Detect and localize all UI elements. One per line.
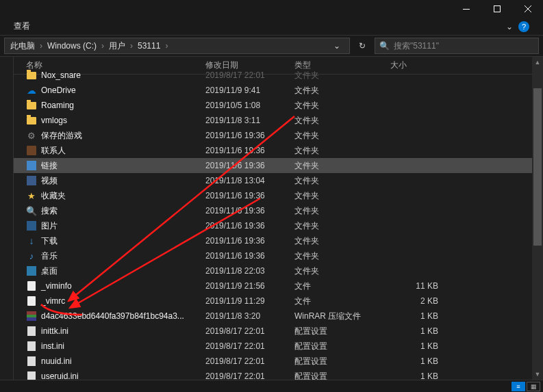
file-size: 1 KB (390, 311, 445, 321)
file-name: 下载 (41, 235, 58, 247)
vertical-scrollbar[interactable]: ▲ ▼ (532, 57, 543, 380)
file-date: 2019/11/8 3:11 (205, 116, 294, 125)
file-size: 1 KB (390, 356, 445, 366)
file-type: 文件夹 (294, 115, 390, 127)
file-name: 链接 (41, 160, 58, 172)
table-row[interactable]: inittk.ini2019/8/17 22:01配置设置1 KB (14, 324, 532, 339)
video-icon (26, 175, 37, 186)
table-row[interactable]: _vimrc2019/11/9 11:29文件2 KB (14, 293, 532, 309)
file-type: 文件 (294, 296, 390, 307)
chevron-down-icon[interactable]: ⌄ (506, 22, 513, 31)
table-row[interactable]: 图片2019/11/6 19:36文件夹 (14, 218, 532, 233)
file-date: 2019/8/17 22:01 (205, 371, 294, 380)
file-date: 2019/8/17 22:01 (205, 341, 294, 351)
music-icon: ♪ (26, 250, 37, 261)
view-details-button[interactable]: ≡ (512, 382, 525, 391)
file-date: 2019/11/6 19:36 (205, 161, 294, 170)
scroll-up-icon[interactable]: ▲ (532, 57, 543, 68)
file-name: 音乐 (41, 250, 58, 262)
link-icon (26, 160, 37, 171)
breadcrumb-item[interactable]: 此电脑 (9, 40, 36, 52)
file-date: 2019/11/6 19:36 (205, 146, 294, 155)
file-date: 2019/8/17 22:01 (205, 326, 294, 336)
file-size: 2 KB (390, 296, 445, 306)
folder-icon (26, 115, 37, 126)
dl-icon: ↓ (26, 235, 37, 246)
table-row[interactable]: _viminfo2019/11/9 21:56文件11 KB (14, 278, 532, 293)
table-row[interactable]: ⚙保存的游戏2019/11/6 19:36文件夹 (14, 128, 532, 143)
table-row[interactable]: vmlogs2019/11/8 3:11文件夹 (14, 113, 532, 128)
table-row[interactable]: ↓下载2019/11/6 19:36文件夹 (14, 233, 532, 248)
address-bar: 此电脑› Windows (C:)› 用户› 53111› ⌄ ↻ 🔍 搜索"5… (0, 35, 543, 57)
chevron-right-icon: › (38, 41, 45, 51)
file-type: 配置设置 (294, 326, 390, 337)
file-name: _vimrc (41, 296, 65, 306)
table-row[interactable]: useruid.ini2019/8/17 22:01配置设置1 KB (14, 369, 532, 380)
file-name: 收藏夹 (41, 190, 66, 202)
maximize-button[interactable] (481, 0, 512, 18)
table-row[interactable]: Nox_snare2019/8/17 22:01文件夹 (14, 68, 532, 83)
table-row[interactable]: Roaming2019/10/5 1:08文件夹 (14, 98, 532, 113)
table-row[interactable]: 🔍搜索2019/11/6 19:36文件夹 (14, 203, 532, 218)
file-date: 2019/11/8 22:03 (205, 266, 294, 276)
close-button[interactable] (512, 0, 543, 18)
file-type: 配置设置 (294, 341, 390, 352)
file-type: 配置设置 (294, 356, 390, 367)
scrollbar-thumb[interactable] (533, 88, 542, 246)
chevron-right-icon: › (128, 41, 135, 51)
file-name: Nox_snare (41, 70, 81, 80)
file-date: 2019/11/9 21:56 (205, 281, 294, 291)
table-row[interactable]: 视频2019/11/8 13:04文件夹 (14, 173, 532, 188)
table-row[interactable]: 联系人2019/11/6 19:36文件夹 (14, 143, 532, 158)
view-icons-button[interactable]: ▦ (527, 382, 540, 391)
file-name: 联系人 (41, 145, 66, 157)
dropdown-icon[interactable]: ⌄ (329, 38, 345, 54)
file-name: d4ac4633ebd6440fa397b84f1bc94a3... (41, 311, 184, 321)
minimize-button[interactable] (451, 0, 481, 18)
table-row[interactable]: 链接2019/11/6 19:36文件夹 (14, 158, 532, 173)
file-type: 文件夹 (294, 265, 390, 277)
file-name: 视频 (41, 175, 58, 187)
breadcrumb-item[interactable]: 53111 (136, 41, 162, 51)
refresh-button[interactable]: ↻ (354, 38, 370, 54)
star-icon: ★ (26, 190, 37, 201)
file-name: Roaming (41, 101, 74, 110)
file-icon (26, 280, 37, 291)
search-input[interactable]: 🔍 搜索"53111" (375, 38, 539, 54)
table-row[interactable]: ♪音乐2019/11/6 19:36文件夹 (14, 248, 532, 263)
table-row[interactable]: nuuid.ini2019/8/17 22:01配置设置1 KB (14, 354, 532, 369)
file-date: 2019/11/8 13:04 (205, 176, 294, 185)
breadcrumb-item[interactable]: 用户 (108, 40, 127, 52)
file-date: 2019/11/6 19:36 (205, 251, 294, 261)
scroll-down-icon[interactable]: ▼ (532, 369, 543, 380)
file-type: 文件夹 (294, 205, 390, 217)
table-row[interactable]: inst.ini2019/8/17 22:01配置设置1 KB (14, 339, 532, 354)
contact-icon (26, 145, 37, 156)
ini-icon (26, 326, 37, 337)
ini-icon (26, 341, 37, 352)
pic-icon (26, 220, 37, 231)
search-icon: 🔍 (379, 41, 390, 51)
file-size: 11 KB (390, 281, 445, 291)
help-icon[interactable]: ? (518, 21, 529, 32)
breadcrumb[interactable]: 此电脑› Windows (C:)› 用户› 53111› ⌄ (4, 38, 350, 54)
file-date: 2019/11/8 3:20 (205, 311, 294, 321)
breadcrumb-item[interactable]: Windows (C:) (46, 41, 98, 51)
menu-view[interactable]: 查看 (14, 21, 30, 32)
nav-pane-gutter (0, 57, 14, 380)
table-row[interactable]: ☁OneDrive2019/11/9 9:41文件夹 (14, 83, 532, 98)
table-row[interactable]: 桌面2019/11/8 22:03文件夹 (14, 263, 532, 278)
titlebar (0, 0, 543, 18)
table-row[interactable]: ★收藏夹2019/11/6 19:36文件夹 (14, 188, 532, 203)
file-type: 文件夹 (294, 160, 390, 172)
file-size: 1 KB (390, 341, 445, 351)
file-list: Nox_snare2019/8/17 22:01文件夹☁OneDrive2019… (14, 68, 532, 380)
table-row[interactable]: d4ac4633ebd6440fa397b84f1bc94a3...2019/1… (14, 309, 532, 324)
file-type: 文件夹 (294, 190, 390, 202)
file-name: 桌面 (41, 265, 58, 277)
file-name: inst.ini (41, 341, 64, 351)
file-type: 文件夹 (294, 145, 390, 157)
search-placeholder: 搜索"53111" (394, 40, 439, 52)
file-type: WinRAR 压缩文件 (294, 311, 390, 322)
file-name: useruid.ini (41, 371, 79, 380)
